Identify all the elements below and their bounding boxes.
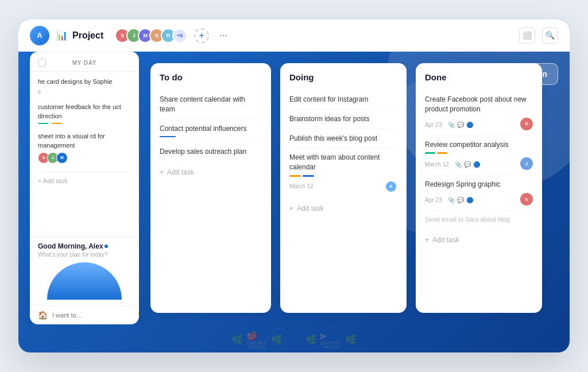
task-item-done-1[interactable]: Create Facebook post about new product p… xyxy=(425,90,533,135)
task-meta-3: Apr 23 📎 💬 🔵 S xyxy=(425,193,533,206)
my-day-task-list: he card designs by Sophie c customer fee… xyxy=(30,72,139,237)
main-area: + + Add section MY DAY he card designs b… xyxy=(18,52,570,324)
add-section-plus: + xyxy=(486,69,491,79)
task-text: Publish this week's blog post xyxy=(289,134,397,144)
task-item-done-2[interactable]: Review competitor analysis March 12 📎 💬 … xyxy=(425,135,533,176)
flag-icon: 🔵 xyxy=(466,122,473,128)
attachment-icon: 📎 xyxy=(448,122,455,128)
task-text: Contact potential influencers xyxy=(160,124,262,134)
task-text: Develop sales outreach plan xyxy=(160,147,262,157)
award-leaf-left-2: 🌿 xyxy=(305,334,317,345)
task-text: Share content calendar with team xyxy=(160,95,262,114)
task-meta-left: Apr 23 📎 💬 🔵 xyxy=(425,119,473,129)
progress-seg-blue xyxy=(303,175,314,177)
top-bar: A 📊 Project S J M K R +8 + ··· ⬜ 🔍 xyxy=(18,20,570,52)
add-section-button[interactable]: + + Add section xyxy=(475,63,558,85)
doing-avatar-group: A xyxy=(385,180,397,193)
team-avatars: S J M K R +8 xyxy=(115,28,187,43)
ai-icon[interactable]: 💡 xyxy=(136,311,139,320)
attachment-icon-2: 📎 xyxy=(455,161,462,168)
task-text: Create Facebook post about new product p… xyxy=(425,95,533,114)
user-avatar[interactable]: A xyxy=(30,26,49,45)
column-todo-title: To do xyxy=(160,72,262,82)
myday-add-task[interactable]: + Add task xyxy=(38,172,131,185)
flag-icon-2: 🔵 xyxy=(473,161,480,168)
task-item[interactable]: Share content calendar with team xyxy=(160,90,262,119)
add-section-label: + Add section xyxy=(494,69,547,79)
attachment-icon-3: 📎 xyxy=(448,197,455,203)
task-date-2: March 12 xyxy=(425,161,449,168)
task-text: Meet with team about content calendar xyxy=(289,153,397,172)
progress-seg-orange2 xyxy=(437,152,447,154)
award-label-2: EDITORS'CHOICE xyxy=(320,341,342,349)
task-item[interactable]: Edit content for Instagram xyxy=(289,90,397,110)
task-text-3: Redesign Spring graphic xyxy=(425,180,533,189)
task-item[interactable]: Contact potential influencers xyxy=(160,119,262,143)
top-bar-right: ⬜ 🔍 xyxy=(519,28,558,44)
task-date-3: Apr 23 xyxy=(425,197,442,203)
task-item-done-3[interactable]: Redesign Spring graphic Apr 23 📎 💬 🔵 S xyxy=(425,175,533,211)
myday-task-1-text: he card designs by Sophie xyxy=(38,78,131,86)
award-leaf-left-1: 🌿 xyxy=(231,334,243,345)
add-member-button[interactable]: + xyxy=(194,28,209,43)
add-task-plus: + xyxy=(160,168,164,176)
flag-icon-3: 🔵 xyxy=(466,197,473,203)
task-text: Review competitor analysis xyxy=(425,140,533,150)
myday-avatar-row: S J M xyxy=(38,152,131,164)
award-icon-1: 🍎 xyxy=(246,330,268,341)
task-date: March 12 xyxy=(289,183,314,189)
morning-greeting: Good Morning, Alex What's your plan for … xyxy=(30,237,139,305)
add-task-plus-done: + xyxy=(425,236,429,244)
more-options-button[interactable]: ··· xyxy=(216,29,230,42)
add-task-label-done: Add task xyxy=(432,236,459,244)
task-item[interactable]: Brainstorm ideas for posts xyxy=(289,110,397,129)
task-date: Apr 23 xyxy=(425,122,442,128)
task-icons: 📎 💬 🔵 xyxy=(448,122,473,128)
add-task-button-done[interactable]: + Add task xyxy=(425,231,533,244)
comment-icon: 💬 xyxy=(457,122,464,128)
progress-seg-green xyxy=(425,152,435,154)
task-item-done-4[interactable]: Send email to Sara about blog xyxy=(425,211,533,228)
award-text-1: 🍎 EDITORS'CHOICE xyxy=(246,330,268,349)
home-icon[interactable]: 🏠 xyxy=(38,311,48,320)
task-avatar-3: S xyxy=(520,193,533,206)
task-item[interactable]: Publish this week's blog post xyxy=(289,129,397,149)
task-meta-left-3: Apr 23 📎 💬 🔵 xyxy=(425,194,473,204)
search-button[interactable]: 🔍 xyxy=(542,28,558,44)
task-avatar-2: J xyxy=(520,157,533,170)
myday-task-2-text: customer feedback for the uct direction xyxy=(38,103,131,121)
myday-task-1-sub: c xyxy=(38,88,131,95)
column-todo: To do Share content calendar with team C… xyxy=(150,63,271,313)
doing-avatar: A xyxy=(385,180,397,193)
myday-task-2: customer feedback for the uct direction xyxy=(38,103,131,124)
award-text-2: ▶ EDITORS'CHOICE xyxy=(320,330,342,349)
myday-add-task-label: + Add task xyxy=(38,177,131,185)
progress-seg-orange xyxy=(289,175,301,177)
myday-task-1: he card designs by Sophie c xyxy=(38,78,131,95)
half-circle-graphic xyxy=(47,262,122,300)
blue-dot xyxy=(105,245,108,248)
progress-orange xyxy=(52,123,62,124)
my-day-bottom-bar: 🏠 💡 xyxy=(30,305,139,324)
column-done: Done Create Facebook post about new prod… xyxy=(416,63,542,313)
my-day-checkbox[interactable] xyxy=(38,59,46,67)
task-meta: March 12 A xyxy=(289,180,397,193)
award-leaf-right-2: 🌿 xyxy=(345,334,357,345)
add-task-button-doing[interactable]: + Add task xyxy=(289,200,397,212)
award-item-2: 🌿 ▶ EDITORS'CHOICE 🌿 xyxy=(305,330,357,349)
my-day-label: MY DAY xyxy=(72,60,97,66)
column-doing: Doing Edit content for Instagram Brainst… xyxy=(280,63,407,313)
task-item-doing-last[interactable]: Meet with team about content calendar Ma… xyxy=(289,148,397,197)
progress-bar-row-2 xyxy=(425,152,533,154)
award-item-1: 🌿 🍎 EDITORS'CHOICE 🌿 xyxy=(231,330,283,349)
task-meta-left-2: March 12 📎 💬 🔵 xyxy=(425,158,480,169)
my-day-header: MY DAY xyxy=(30,52,139,72)
i-want-input[interactable] xyxy=(52,312,131,319)
task-meta-2: March 12 📎 💬 🔵 J xyxy=(425,157,533,170)
comment-icon-3: 💬 xyxy=(457,197,464,203)
add-task-button[interactable]: + Add task xyxy=(160,164,262,176)
myday-avatar-3: M xyxy=(56,152,68,164)
awards-bar: 🌿 🍎 EDITORS'CHOICE 🌿 🌿 ▶ EDITORS'CHOICE … xyxy=(18,324,570,352)
window-button[interactable]: ⬜ xyxy=(519,28,535,44)
task-item[interactable]: Develop sales outreach plan xyxy=(160,142,262,161)
